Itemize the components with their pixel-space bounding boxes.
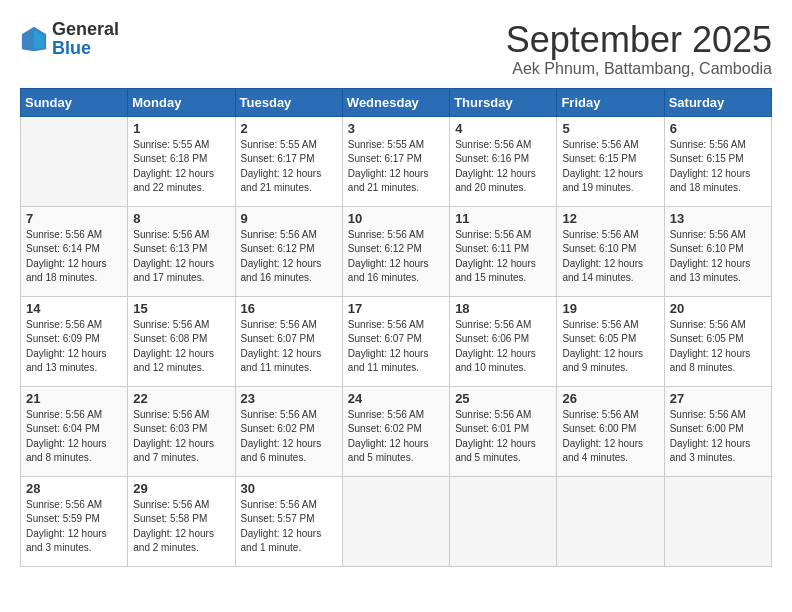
calendar-cell: 20Sunrise: 5:56 AMSunset: 6:05 PMDayligh…	[664, 296, 771, 386]
header-day-saturday: Saturday	[664, 88, 771, 116]
day-info: Sunrise: 5:56 AMSunset: 6:10 PMDaylight:…	[670, 228, 766, 286]
calendar-cell: 13Sunrise: 5:56 AMSunset: 6:10 PMDayligh…	[664, 206, 771, 296]
calendar-cell: 26Sunrise: 5:56 AMSunset: 6:00 PMDayligh…	[557, 386, 664, 476]
day-number: 3	[348, 121, 444, 136]
calendar-cell: 1Sunrise: 5:55 AMSunset: 6:18 PMDaylight…	[128, 116, 235, 206]
calendar-cell: 6Sunrise: 5:56 AMSunset: 6:15 PMDaylight…	[664, 116, 771, 206]
day-number: 18	[455, 301, 551, 316]
logo-text: General Blue	[52, 20, 119, 58]
calendar-cell: 24Sunrise: 5:56 AMSunset: 6:02 PMDayligh…	[342, 386, 449, 476]
day-number: 25	[455, 391, 551, 406]
day-number: 15	[133, 301, 229, 316]
day-info: Sunrise: 5:56 AMSunset: 6:06 PMDaylight:…	[455, 318, 551, 376]
calendar-cell: 14Sunrise: 5:56 AMSunset: 6:09 PMDayligh…	[21, 296, 128, 386]
day-number: 5	[562, 121, 658, 136]
day-info: Sunrise: 5:56 AMSunset: 5:57 PMDaylight:…	[241, 498, 337, 556]
calendar-title: September 2025	[506, 20, 772, 60]
day-number: 13	[670, 211, 766, 226]
day-info: Sunrise: 5:56 AMSunset: 6:16 PMDaylight:…	[455, 138, 551, 196]
day-number: 27	[670, 391, 766, 406]
day-info: Sunrise: 5:56 AMSunset: 6:07 PMDaylight:…	[241, 318, 337, 376]
logo-icon	[20, 25, 48, 53]
logo: General Blue	[20, 20, 119, 58]
calendar-cell: 21Sunrise: 5:56 AMSunset: 6:04 PMDayligh…	[21, 386, 128, 476]
header-day-thursday: Thursday	[450, 88, 557, 116]
calendar-cell	[557, 476, 664, 566]
calendar-cell: 8Sunrise: 5:56 AMSunset: 6:13 PMDaylight…	[128, 206, 235, 296]
header-day-wednesday: Wednesday	[342, 88, 449, 116]
day-number: 19	[562, 301, 658, 316]
calendar-cell: 23Sunrise: 5:56 AMSunset: 6:02 PMDayligh…	[235, 386, 342, 476]
day-info: Sunrise: 5:56 AMSunset: 6:15 PMDaylight:…	[562, 138, 658, 196]
day-info: Sunrise: 5:56 AMSunset: 6:02 PMDaylight:…	[241, 408, 337, 466]
calendar-cell: 12Sunrise: 5:56 AMSunset: 6:10 PMDayligh…	[557, 206, 664, 296]
calendar-cell: 3Sunrise: 5:55 AMSunset: 6:17 PMDaylight…	[342, 116, 449, 206]
calendar-cell: 25Sunrise: 5:56 AMSunset: 6:01 PMDayligh…	[450, 386, 557, 476]
day-number: 2	[241, 121, 337, 136]
calendar-cell	[21, 116, 128, 206]
day-info: Sunrise: 5:56 AMSunset: 6:12 PMDaylight:…	[348, 228, 444, 286]
calendar-cell: 10Sunrise: 5:56 AMSunset: 6:12 PMDayligh…	[342, 206, 449, 296]
calendar-cell: 15Sunrise: 5:56 AMSunset: 6:08 PMDayligh…	[128, 296, 235, 386]
day-info: Sunrise: 5:56 AMSunset: 5:58 PMDaylight:…	[133, 498, 229, 556]
header-day-friday: Friday	[557, 88, 664, 116]
calendar-subtitle: Aek Phnum, Battambang, Cambodia	[506, 60, 772, 78]
day-info: Sunrise: 5:56 AMSunset: 6:11 PMDaylight:…	[455, 228, 551, 286]
calendar-cell: 29Sunrise: 5:56 AMSunset: 5:58 PMDayligh…	[128, 476, 235, 566]
header: General Blue September 2025 Aek Phnum, B…	[20, 20, 772, 78]
day-info: Sunrise: 5:56 AMSunset: 6:00 PMDaylight:…	[562, 408, 658, 466]
day-info: Sunrise: 5:56 AMSunset: 6:05 PMDaylight:…	[562, 318, 658, 376]
calendar-table: SundayMondayTuesdayWednesdayThursdayFrid…	[20, 88, 772, 567]
header-day-sunday: Sunday	[21, 88, 128, 116]
day-number: 7	[26, 211, 122, 226]
day-number: 12	[562, 211, 658, 226]
calendar-cell: 28Sunrise: 5:56 AMSunset: 5:59 PMDayligh…	[21, 476, 128, 566]
calendar-cell: 5Sunrise: 5:56 AMSunset: 6:15 PMDaylight…	[557, 116, 664, 206]
calendar-cell	[664, 476, 771, 566]
day-info: Sunrise: 5:56 AMSunset: 6:00 PMDaylight:…	[670, 408, 766, 466]
day-number: 8	[133, 211, 229, 226]
day-info: Sunrise: 5:56 AMSunset: 6:04 PMDaylight:…	[26, 408, 122, 466]
day-info: Sunrise: 5:56 AMSunset: 6:14 PMDaylight:…	[26, 228, 122, 286]
day-number: 24	[348, 391, 444, 406]
day-info: Sunrise: 5:56 AMSunset: 6:05 PMDaylight:…	[670, 318, 766, 376]
calendar-cell: 2Sunrise: 5:55 AMSunset: 6:17 PMDaylight…	[235, 116, 342, 206]
day-info: Sunrise: 5:56 AMSunset: 6:15 PMDaylight:…	[670, 138, 766, 196]
day-number: 6	[670, 121, 766, 136]
day-info: Sunrise: 5:56 AMSunset: 6:03 PMDaylight:…	[133, 408, 229, 466]
day-info: Sunrise: 5:56 AMSunset: 6:07 PMDaylight:…	[348, 318, 444, 376]
calendar-cell: 17Sunrise: 5:56 AMSunset: 6:07 PMDayligh…	[342, 296, 449, 386]
day-number: 22	[133, 391, 229, 406]
day-info: Sunrise: 5:55 AMSunset: 6:18 PMDaylight:…	[133, 138, 229, 196]
day-number: 17	[348, 301, 444, 316]
calendar-header: SundayMondayTuesdayWednesdayThursdayFrid…	[21, 88, 772, 116]
calendar-cell: 7Sunrise: 5:56 AMSunset: 6:14 PMDaylight…	[21, 206, 128, 296]
calendar-cell: 4Sunrise: 5:56 AMSunset: 6:16 PMDaylight…	[450, 116, 557, 206]
calendar-cell: 16Sunrise: 5:56 AMSunset: 6:07 PMDayligh…	[235, 296, 342, 386]
day-info: Sunrise: 5:56 AMSunset: 6:10 PMDaylight:…	[562, 228, 658, 286]
calendar-cell	[450, 476, 557, 566]
calendar-cell: 18Sunrise: 5:56 AMSunset: 6:06 PMDayligh…	[450, 296, 557, 386]
day-number: 9	[241, 211, 337, 226]
day-info: Sunrise: 5:56 AMSunset: 5:59 PMDaylight:…	[26, 498, 122, 556]
day-info: Sunrise: 5:56 AMSunset: 6:01 PMDaylight:…	[455, 408, 551, 466]
calendar-cell: 9Sunrise: 5:56 AMSunset: 6:12 PMDaylight…	[235, 206, 342, 296]
calendar-cell: 19Sunrise: 5:56 AMSunset: 6:05 PMDayligh…	[557, 296, 664, 386]
header-day-monday: Monday	[128, 88, 235, 116]
day-number: 28	[26, 481, 122, 496]
day-number: 4	[455, 121, 551, 136]
day-number: 23	[241, 391, 337, 406]
day-number: 20	[670, 301, 766, 316]
day-number: 10	[348, 211, 444, 226]
calendar-cell: 30Sunrise: 5:56 AMSunset: 5:57 PMDayligh…	[235, 476, 342, 566]
day-number: 30	[241, 481, 337, 496]
day-number: 21	[26, 391, 122, 406]
day-info: Sunrise: 5:56 AMSunset: 6:09 PMDaylight:…	[26, 318, 122, 376]
calendar-cell: 22Sunrise: 5:56 AMSunset: 6:03 PMDayligh…	[128, 386, 235, 476]
day-number: 26	[562, 391, 658, 406]
day-number: 29	[133, 481, 229, 496]
calendar-cell: 27Sunrise: 5:56 AMSunset: 6:00 PMDayligh…	[664, 386, 771, 476]
calendar-cell	[342, 476, 449, 566]
day-number: 16	[241, 301, 337, 316]
day-info: Sunrise: 5:56 AMSunset: 6:02 PMDaylight:…	[348, 408, 444, 466]
